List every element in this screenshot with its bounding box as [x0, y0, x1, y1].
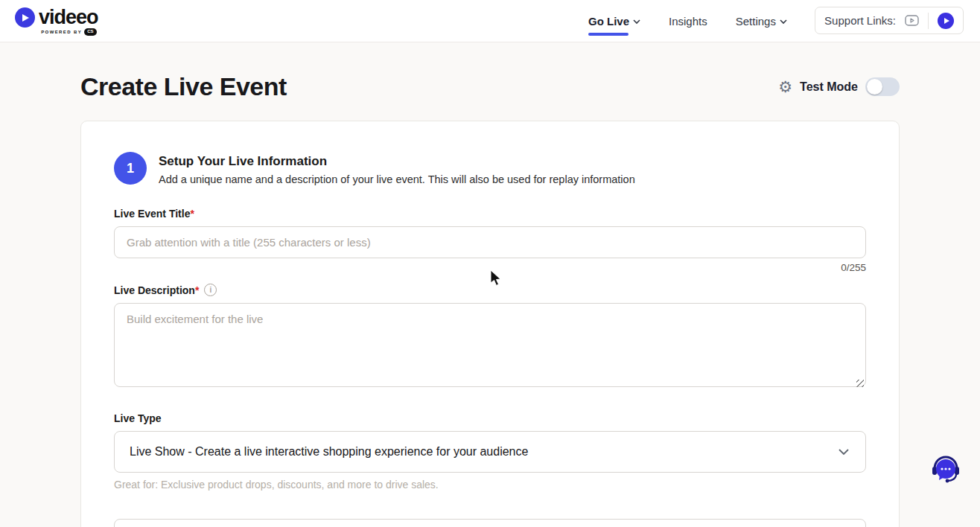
gear-icon[interactable]: ⚙ [778, 79, 792, 95]
divider [928, 13, 929, 29]
live-event-title-field: Live Event Title* 0/255 [114, 208, 866, 273]
toggle-knob [867, 79, 882, 95]
main-nav: Go Live Insights Settings [588, 0, 787, 42]
step-title: Setup Your Live Information [159, 154, 635, 169]
setup-card: 1 Setup Your Live Information Add a uniq… [80, 121, 900, 527]
chevron-down-icon [780, 18, 787, 25]
info-icon[interactable]: i [204, 284, 217, 296]
videeo-play-icon [15, 7, 35, 28]
nav-insights[interactable]: Insights [669, 0, 707, 42]
support-links-label: Support Links: [824, 14, 896, 27]
videeo-support-icon[interactable] [938, 13, 954, 29]
live-type-selected-value: Live Show - Create a live interactive sh… [130, 445, 528, 459]
powered-by: POWERED BY CS [15, 28, 98, 35]
create-live-event-page: Create Live Event ⚙ Test Mode 1 Setup Yo… [80, 72, 900, 527]
required-asterisk: * [195, 284, 199, 296]
chat-support-widget[interactable] [929, 453, 962, 485]
test-mode-toggle[interactable] [865, 77, 900, 96]
live-event-title-input[interactable] [114, 226, 866, 258]
live-description-label: Live Description* [114, 284, 199, 296]
live-description-textarea[interactable] [114, 303, 866, 387]
test-mode-label: Test Mode [800, 80, 858, 94]
step-number-badge: 1 [114, 152, 147, 185]
nav-settings[interactable]: Settings [736, 0, 787, 42]
character-counter: 0/255 [114, 262, 866, 273]
cs-badge: CS [84, 28, 96, 35]
nav-go-live[interactable]: Go Live [588, 0, 640, 42]
next-field-partial [114, 519, 866, 527]
live-type-select[interactable]: Live Show - Create a live interactive sh… [114, 431, 866, 473]
videeo-logo[interactable]: videeo POWERED BY CS [15, 6, 98, 35]
page-title: Create Live Event [80, 72, 287, 101]
support-links-box: Support Links: [815, 7, 964, 34]
required-asterisk: * [190, 208, 194, 220]
video-tutorial-icon[interactable] [905, 15, 919, 26]
step-subtitle: Add a unique name and a description of y… [159, 173, 635, 185]
chevron-down-icon [837, 445, 850, 459]
live-description-field: Live Description* i [114, 284, 866, 390]
top-navigation-bar: videeo POWERED BY CS Go Live Insights Se… [0, 0, 980, 42]
live-type-field: Live Type Live Show - Create a live inte… [114, 412, 866, 491]
live-event-title-label: Live Event Title* [114, 208, 194, 220]
brand-name: videeo [39, 6, 98, 29]
live-type-label: Live Type [114, 412, 162, 424]
live-type-helper-text: Great for: Exclusive product drops, disc… [114, 479, 866, 491]
chevron-down-icon [633, 18, 640, 25]
resize-handle[interactable] [856, 380, 864, 387]
